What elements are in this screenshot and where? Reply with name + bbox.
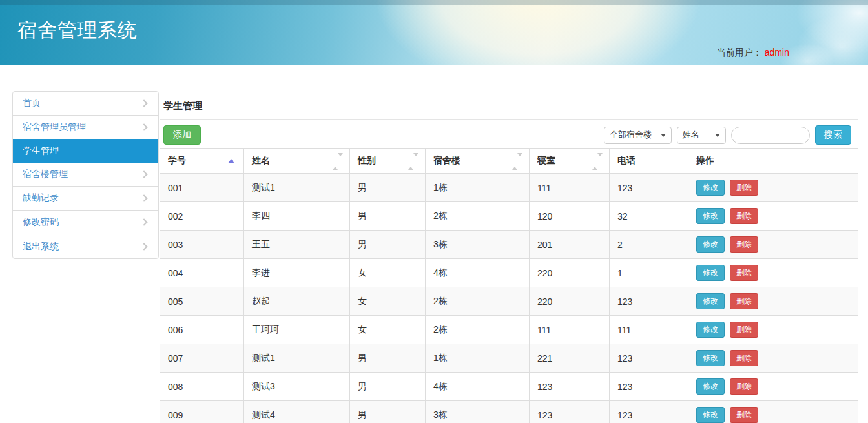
student-gender-cell: 女 xyxy=(350,316,426,344)
search-input[interactable] xyxy=(731,127,810,144)
page-layout: 首页宿舍管理员管理学生管理宿舍楼管理缺勤记录修改密码退出系统 学生管理 添加 全… xyxy=(0,65,868,423)
student-phone-cell: 123 xyxy=(610,373,688,401)
actions-cell: 修改删除 xyxy=(688,231,858,259)
sort-up-arrow xyxy=(512,156,517,170)
delete-button[interactable]: 删除 xyxy=(730,236,758,253)
actions-cell: 修改删除 xyxy=(688,344,858,373)
delete-button[interactable]: 删除 xyxy=(730,322,758,338)
student-name-cell: 李四 xyxy=(244,202,350,231)
delete-button[interactable]: 删除 xyxy=(730,180,758,196)
delete-button[interactable]: 删除 xyxy=(730,265,758,281)
student-name-cell: 测试1 xyxy=(244,344,350,373)
delete-button[interactable]: 删除 xyxy=(730,350,758,366)
student-phone-cell: 123 xyxy=(610,174,688,202)
student-id-cell: 005 xyxy=(160,287,244,316)
chevron-right-icon xyxy=(140,243,147,250)
student-room-cell: 220 xyxy=(530,287,610,316)
table-row: 009测试4男3栋123123修改删除 xyxy=(160,401,858,423)
student-room-cell: 221 xyxy=(530,344,610,373)
column-header[interactable]: 姓名 xyxy=(244,149,350,174)
sidebar-item[interactable]: 学生管理 xyxy=(12,139,159,163)
field-filter-select[interactable]: 姓名 xyxy=(677,127,726,144)
sort-down-arrow xyxy=(597,153,603,167)
current-user-name: admin xyxy=(765,47,789,57)
column-header[interactable]: 寝室 xyxy=(530,149,610,174)
main-content: 学生管理 添加 全部宿舍楼 姓名 搜索 学号姓名性别宿舍楼寝室电话操作 001测… xyxy=(160,91,858,423)
table-header-row: 学号姓名性别宿舍楼寝室电话操作 xyxy=(160,149,858,174)
student-building-cell: 2栋 xyxy=(426,202,530,231)
add-button[interactable]: 添加 xyxy=(163,125,201,145)
sort-down-arrow xyxy=(517,153,522,167)
student-room-cell: 201 xyxy=(530,231,610,259)
edit-button[interactable]: 修改 xyxy=(696,236,725,253)
sort-up-arrow xyxy=(408,156,413,170)
edit-button[interactable]: 修改 xyxy=(696,350,725,366)
student-building-cell: 3栋 xyxy=(426,231,530,259)
student-gender-cell: 男 xyxy=(350,344,426,373)
sidebar-item[interactable]: 首页 xyxy=(13,92,158,116)
current-user-info: 当前用户：admin xyxy=(717,47,789,59)
sidebar: 首页宿舍管理员管理学生管理宿舍楼管理缺勤记录修改密码退出系统 xyxy=(12,91,159,259)
student-room-cell: 220 xyxy=(530,259,610,287)
delete-button[interactable]: 删除 xyxy=(730,407,758,423)
chevron-right-icon xyxy=(140,194,147,201)
student-phone-cell: 123 xyxy=(610,287,688,316)
student-phone-cell: 111 xyxy=(610,316,688,344)
actions-cell: 修改删除 xyxy=(688,202,858,231)
table-row: 006王珂珂女2栋111111修改删除 xyxy=(160,316,858,344)
chevron-right-icon xyxy=(140,218,147,225)
sidebar-item-label: 宿舍楼管理 xyxy=(23,169,68,180)
actions-cell: 修改删除 xyxy=(688,259,858,287)
student-phone-cell: 2 xyxy=(610,231,688,259)
table-row: 007测试1男1栋221123修改删除 xyxy=(160,344,858,373)
actions-cell: 修改删除 xyxy=(688,316,858,344)
edit-button[interactable]: 修改 xyxy=(696,208,725,224)
student-id-cell: 009 xyxy=(160,401,244,423)
student-building-cell: 4栋 xyxy=(426,259,530,287)
student-gender-cell: 女 xyxy=(350,287,426,316)
sidebar-item-label: 修改密码 xyxy=(23,216,59,228)
sort-down-arrow xyxy=(338,153,343,167)
chevron-down-icon xyxy=(715,134,720,137)
student-id-cell: 003 xyxy=(160,231,244,259)
sidebar-item[interactable]: 修改密码 xyxy=(13,211,158,234)
app-title: 宿舍管理系统 xyxy=(17,17,138,44)
sidebar-item[interactable]: 退出系统 xyxy=(13,234,158,258)
student-name-cell: 测试3 xyxy=(244,373,350,401)
student-name-cell: 李进 xyxy=(244,259,350,287)
toolbar: 添加 全部宿舍楼 姓名 搜索 xyxy=(160,125,858,145)
edit-button[interactable]: 修改 xyxy=(696,378,725,395)
delete-button[interactable]: 删除 xyxy=(730,208,758,224)
sort-down-arrow xyxy=(413,153,418,167)
student-gender-cell: 男 xyxy=(350,231,426,259)
student-room-cell: 123 xyxy=(530,401,610,423)
sidebar-item[interactable]: 宿舍管理员管理 xyxy=(13,116,158,139)
student-room-cell: 123 xyxy=(530,373,610,401)
edit-button[interactable]: 修改 xyxy=(696,407,725,423)
edit-button[interactable]: 修改 xyxy=(696,322,725,338)
edit-button[interactable]: 修改 xyxy=(696,293,725,309)
sidebar-item[interactable]: 缺勤记录 xyxy=(13,187,158,211)
column-header-label: 电话 xyxy=(617,155,636,165)
sort-icon xyxy=(512,156,522,167)
student-room-cell: 120 xyxy=(530,202,610,231)
sidebar-item-label: 宿舍管理员管理 xyxy=(23,121,86,133)
edit-button[interactable]: 修改 xyxy=(696,265,725,281)
edit-button[interactable]: 修改 xyxy=(696,180,725,196)
search-button[interactable]: 搜索 xyxy=(815,125,851,145)
column-header: 操作 xyxy=(688,149,858,174)
table-row: 001测试1男1栋111123修改删除 xyxy=(160,174,858,202)
chevron-right-icon xyxy=(140,99,147,107)
delete-button[interactable]: 删除 xyxy=(730,293,758,309)
column-header[interactable]: 性别 xyxy=(350,149,426,174)
building-filter-select[interactable]: 全部宿舍楼 xyxy=(604,127,672,144)
student-gender-cell: 女 xyxy=(350,259,426,287)
student-id-cell: 008 xyxy=(160,373,244,401)
delete-button[interactable]: 删除 xyxy=(730,378,758,395)
column-header[interactable]: 宿舍楼 xyxy=(426,149,530,174)
current-user-label: 当前用户： xyxy=(717,47,762,57)
column-header[interactable]: 学号 xyxy=(160,149,244,174)
sidebar-item[interactable]: 宿舍楼管理 xyxy=(13,163,158,187)
student-name-cell: 测试1 xyxy=(244,174,350,202)
sort-icon xyxy=(333,156,343,167)
